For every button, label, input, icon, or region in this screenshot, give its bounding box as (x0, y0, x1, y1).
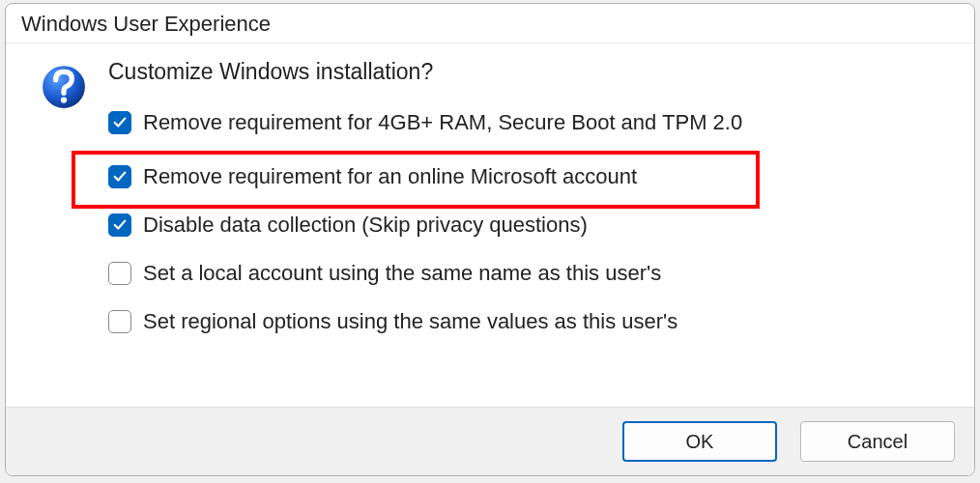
checkbox-local-account[interactable] (108, 262, 131, 285)
svg-point-2 (61, 97, 67, 102)
option-row: Disable data collection (Skip privacy qu… (108, 213, 955, 238)
option-label: Set regional options using the same valu… (143, 309, 677, 334)
dialog-title: Windows User Experience (6, 4, 974, 43)
checkbox-disable-data-collection[interactable] (108, 213, 131, 237)
cancel-button[interactable]: Cancel (800, 421, 955, 462)
option-row: Remove requirement for 4GB+ RAM, Secure … (108, 110, 955, 135)
option-row: Remove requirement for an online Microso… (108, 155, 955, 199)
option-label: Remove requirement for an online Microso… (143, 164, 637, 189)
checkbox-regional-options[interactable] (108, 310, 131, 333)
option-row: Set a local account using the same name … (108, 261, 955, 286)
ok-button[interactable]: OK (622, 421, 777, 462)
icon-column (25, 59, 102, 397)
option-row: Set regional options using the same valu… (108, 309, 955, 334)
body-column: Customize Windows installation? Remove r… (102, 59, 955, 397)
checkbox-remove-ms-account-req[interactable] (108, 165, 131, 188)
dialog-content: Customize Windows installation? Remove r… (6, 43, 974, 407)
dialog-window: Windows User Experience (5, 3, 975, 476)
question-icon (40, 63, 88, 111)
dialog-heading: Customize Windows installation? (108, 59, 955, 85)
option-label: Set a local account using the same name … (143, 261, 661, 286)
option-label: Remove requirement for 4GB+ RAM, Secure … (143, 110, 742, 135)
option-label: Disable data collection (Skip privacy qu… (143, 213, 588, 238)
checkbox-remove-ram-req[interactable] (108, 111, 131, 134)
button-bar: OK Cancel (6, 407, 974, 475)
